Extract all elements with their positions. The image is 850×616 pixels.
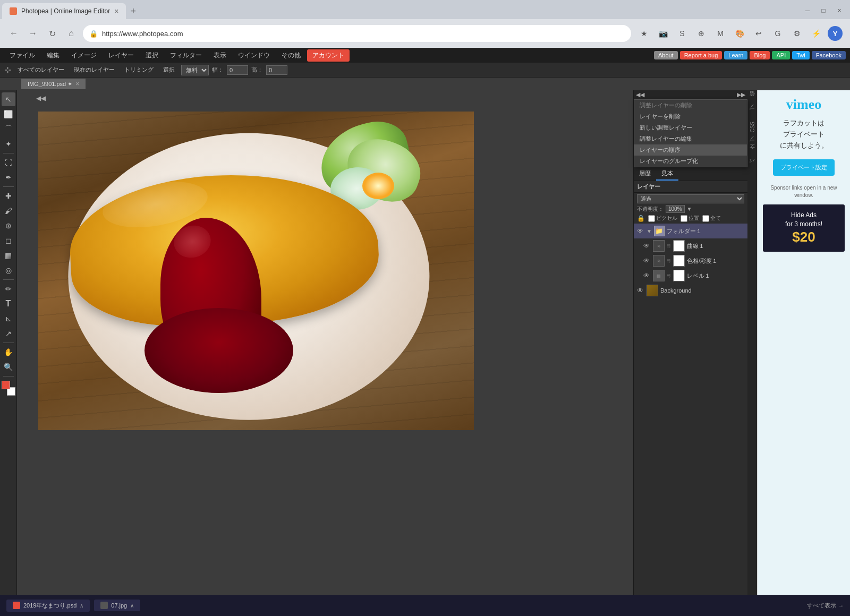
fg-swatch[interactable] [2,381,10,389]
color-swatches[interactable] [2,381,15,396]
lasso-tool[interactable]: ⌒ [2,122,15,136]
trim-btn[interactable]: トリミング [121,65,157,75]
forward-btn[interactable]: → [26,26,40,41]
ad-cta-btn[interactable]: プライベート設定 [773,159,835,176]
ctx-item-group[interactable]: レイヤーのグループ化 [634,156,747,167]
learn-btn[interactable]: Learn [724,51,747,59]
text-tool[interactable]: T [2,297,15,311]
gradient-tool[interactable]: ▦ [2,249,15,262]
ext1-btn[interactable]: S [674,25,691,42]
back-btn[interactable]: ← [6,26,21,41]
taskbar-right[interactable]: すべて表示 → [807,602,844,610]
star-btn[interactable]: ★ [635,25,652,42]
menu-filter[interactable]: フィルター [165,49,207,62]
brush-tool[interactable]: 🖌 [2,204,15,218]
swatches-tab[interactable]: 見本 [656,167,678,181]
path-tool[interactable]: ⊾ [2,312,15,326]
taskbar-item-1[interactable]: 07.jpg ∧ [94,600,140,611]
layer-item-folder[interactable]: 👁 ▼ 📁 フォルダー１ [634,224,747,238]
expand-panel-btn[interactable]: ▶▶ [737,91,745,98]
taskbar-chevron-1[interactable]: ∧ [130,603,134,609]
menu-account[interactable]: アカウント [307,49,350,62]
blend-mode-select[interactable]: 通過 [637,194,744,203]
address-bar[interactable]: 🔒 https://www.photopea.com [83,25,631,42]
ctx-item-edit-adj[interactable]: 調整レイヤーの編集 [634,133,747,144]
file-tab-close[interactable]: × [75,80,79,88]
reload-btn[interactable]: ↻ [45,26,60,41]
bug-btn[interactable]: Report a bug [680,51,722,59]
taskbar-chevron-0[interactable]: ∧ [80,603,83,609]
ad-hide-panel[interactable]: Hide Adsfor 3 months! $20 [763,204,845,252]
maximize-btn[interactable]: □ [816,3,831,18]
collapse-panel-btn[interactable]: ◀◀ [636,91,644,98]
home-btn[interactable]: ⌂ [64,26,79,41]
select-rect-tool[interactable]: ⬜ [2,107,15,121]
layer-item-levels[interactable]: 👁 ▤ ⛓ レベル１ [634,268,747,283]
minimize-btn[interactable]: ─ [800,3,815,18]
menu-image[interactable]: イメージ [66,49,102,62]
pen-tool[interactable]: ✏ [2,282,15,296]
ext2-btn[interactable]: ⊕ [693,25,710,42]
opacity-value[interactable]: 100% [666,205,685,213]
opacity-dropdown[interactable]: ▼ [687,206,692,212]
collapse-left-btn[interactable]: ◀◀ [36,95,46,102]
facebook-btn[interactable]: Facebook [812,51,846,59]
ctx-item-new-adj[interactable]: 新しい調整レイヤー [634,122,747,133]
select-btn[interactable]: 選択 [160,65,178,75]
file-tab[interactable]: IMG_9901.psd ✦ × [21,79,86,89]
ctx-item-delete-layer[interactable]: レイヤーを削除 [634,111,747,122]
pixel-lock-check[interactable]: ピクセル [648,215,677,222]
close-btn[interactable]: × [832,3,847,18]
layer-item-curves[interactable]: 👁 ≋ ⛓ 曲線１ [634,238,747,253]
twi-btn[interactable]: Twi [792,51,810,59]
side-label-2[interactable]: CSS [750,122,755,133]
zoom-tool[interactable]: 🔍 [2,360,15,374]
ext4-btn[interactable]: 🎨 [731,25,748,42]
layer-vis-curves[interactable]: 👁 [642,242,651,250]
side-label-3[interactable]: ブ [749,140,756,146]
move-tool[interactable]: ↖ [2,92,15,106]
side-label-1[interactable]: プ [749,108,756,114]
all-lock-check[interactable]: 全て [702,215,721,222]
ext3-btn[interactable]: M [712,25,729,42]
ext7-btn[interactable]: ⚙ [788,25,805,42]
layer-vis-levels[interactable]: 👁 [642,271,651,280]
menu-window[interactable]: ウインドウ [233,49,275,62]
clone-tool[interactable]: ⊕ [2,219,15,233]
magic-wand-tool[interactable]: ✦ [2,137,15,151]
camera-btn[interactable]: 📷 [654,25,672,42]
tab-close-btn[interactable]: × [114,7,118,15]
mode-select[interactable]: 無料 [181,65,209,75]
blog-btn[interactable]: Blog [750,51,770,59]
ext8-btn[interactable]: ⚡ [808,25,824,42]
layer-vis-folder[interactable]: 👁 [636,227,644,235]
side-label-5[interactable]: パ [749,161,756,167]
layer-item-huesat[interactable]: 👁 ≋ ⛓ 色相/彩度１ [634,253,747,268]
position-lock-check[interactable]: 位置 [681,215,699,222]
api-btn[interactable]: API [772,51,790,59]
all-layers-btn[interactable]: すべてのレイヤー [14,65,67,75]
layer-item-background[interactable]: 👁 Background [634,283,747,298]
profile-btn[interactable]: Y [827,25,844,42]
blur-tool[interactable]: ◎ [2,263,15,277]
hand-tool[interactable]: ✋ [2,345,15,359]
about-btn[interactable]: About [654,51,678,59]
menu-file[interactable]: ファイル [4,49,40,62]
shape-tool[interactable]: ↗ [2,327,15,340]
layer-expand-folder[interactable]: ▼ [647,228,652,234]
menu-edit[interactable]: 編集 [41,49,65,62]
taskbar-item-0[interactable]: 2019年なまつり.psd ∧ [6,600,90,612]
ctx-item-delete-adj[interactable]: 調整レイヤーの削除 [634,100,747,111]
active-tab[interactable]: Photopea | Online Image Editor × [2,3,126,19]
eraser-tool[interactable]: ◻ [2,234,15,247]
crop-tool[interactable]: ⛶ [2,156,15,169]
width-input[interactable] [227,65,248,75]
ctx-item-order[interactable]: レイヤーの順序 [634,144,747,156]
layer-vis-background[interactable]: 👁 [636,286,644,295]
healing-tool[interactable]: ✚ [2,189,15,203]
menu-view[interactable]: 表示 [208,49,232,62]
history-tab[interactable]: 層歴 [634,167,656,181]
new-tab-btn[interactable]: + [126,6,140,17]
layer-vis-huesat[interactable]: 👁 [642,256,651,265]
ext6-btn[interactable]: G [769,25,786,42]
